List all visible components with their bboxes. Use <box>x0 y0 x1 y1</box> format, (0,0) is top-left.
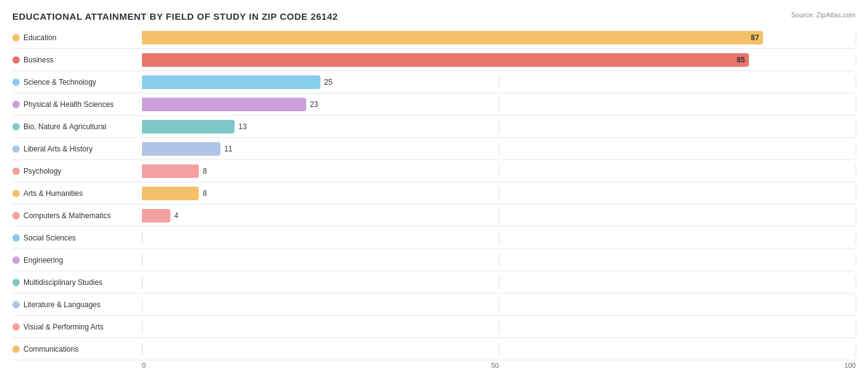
grid-line <box>856 31 856 45</box>
bar-row: Social Sciences <box>12 227 856 249</box>
color-dot <box>12 345 20 353</box>
bar-fill <box>142 209 170 223</box>
grid-line <box>499 342 499 356</box>
grid-line <box>499 298 499 312</box>
bar-track: 23 <box>142 98 856 111</box>
color-dot <box>12 145 20 153</box>
bar-label: Visual & Performing Arts <box>12 323 142 331</box>
bar-label: Computers & Mathematics <box>12 211 142 220</box>
bar-track <box>142 320 856 334</box>
color-dot <box>12 34 20 41</box>
bar-fill <box>142 120 235 134</box>
bar-track: 8 <box>142 164 856 178</box>
x-tick-0: 0 <box>142 362 146 369</box>
grid-line <box>142 231 143 245</box>
bars-area: Education87Business85Science & Technolog… <box>12 27 856 360</box>
bar-track <box>142 231 856 245</box>
grid-line <box>856 120 856 134</box>
grid-line <box>499 164 499 178</box>
bar-track: 87 <box>142 31 856 45</box>
bar-track: 85 <box>142 53 856 67</box>
color-dot <box>12 123 20 130</box>
grid-line <box>499 98 499 111</box>
bar-row: Visual & Performing Arts <box>12 316 856 338</box>
bar-row: Arts & Humanities8 <box>12 182 856 205</box>
bar-row: Physical & Health Sciences23 <box>12 93 856 116</box>
grid-line <box>499 120 499 134</box>
bar-value-label: 85 <box>737 56 745 64</box>
bar-label: Science & Technology <box>12 78 142 87</box>
grid-line <box>856 53 856 67</box>
grid-line <box>499 276 499 289</box>
color-dot <box>12 234 20 242</box>
bar-value-label: 87 <box>751 33 759 42</box>
grid-line <box>499 209 499 223</box>
bar-row: Multidisciplinary Studies <box>12 271 856 294</box>
bar-row: Liberal Arts & History11 <box>12 138 856 160</box>
bar-fill <box>142 187 199 200</box>
bar-label: Literature & Languages <box>12 300 142 309</box>
bar-row: Education87 <box>12 27 856 49</box>
bar-track: 13 <box>142 120 856 134</box>
color-dot <box>12 78 20 86</box>
bar-row: Computers & Mathematics4 <box>12 205 856 227</box>
color-dot <box>12 323 20 331</box>
color-dot <box>12 212 20 219</box>
grid-line <box>856 320 856 334</box>
bar-track: 4 <box>142 209 856 223</box>
grid-line <box>856 253 856 267</box>
source-label: Source: ZipAtlas.com <box>791 11 856 19</box>
bar-fill: 87 <box>142 31 763 45</box>
grid-line <box>856 276 856 289</box>
color-dot <box>12 256 20 264</box>
grid-line <box>142 298 143 312</box>
chart-title: EDUCATIONAL ATTAINMENT BY FIELD OF STUDY… <box>12 11 856 22</box>
bar-fill: 85 <box>142 53 749 67</box>
bar-label: Communications <box>12 345 142 354</box>
color-dot <box>12 301 20 308</box>
grid-line <box>499 320 499 334</box>
color-dot <box>12 167 20 175</box>
bar-fill <box>142 75 320 89</box>
bar-track: 11 <box>142 142 856 156</box>
color-dot <box>12 279 20 286</box>
bar-label: Liberal Arts & History <box>12 145 142 153</box>
bar-value-label: 8 <box>202 189 207 198</box>
bar-row: Psychology8 <box>12 160 856 182</box>
bar-label: Business <box>12 56 142 64</box>
chart-container: EDUCATIONAL ATTAINMENT BY FIELD OF STUDY… <box>0 0 868 390</box>
bar-label: Physical & Health Sciences <box>12 100 142 109</box>
bar-row: Engineering <box>12 249 856 271</box>
grid-line <box>856 98 856 111</box>
grid-line <box>499 231 499 245</box>
bar-row: Bio, Nature & Agricultural13 <box>12 116 856 138</box>
bar-value-label: 13 <box>238 122 246 131</box>
bar-label: Psychology <box>12 167 142 176</box>
grid-line <box>499 253 499 267</box>
bar-track: 25 <box>142 75 856 89</box>
bar-value-label: 23 <box>310 100 318 109</box>
bar-value-label: 25 <box>324 78 332 87</box>
color-dot <box>12 56 20 64</box>
color-dot <box>12 101 20 108</box>
grid-line <box>499 75 499 89</box>
bar-row: Communications <box>12 338 856 360</box>
bar-row: Business85 <box>12 49 856 71</box>
bar-track <box>142 342 856 356</box>
bar-track: 8 <box>142 187 856 200</box>
bar-value-label: 8 <box>202 167 207 176</box>
grid-line <box>499 187 499 200</box>
grid-line <box>856 342 856 356</box>
bar-label: Arts & Humanities <box>12 189 142 198</box>
grid-line <box>856 231 856 245</box>
grid-line <box>499 142 499 156</box>
bar-value-label: 11 <box>224 145 232 153</box>
bar-track <box>142 276 856 289</box>
bar-label: Social Sciences <box>12 234 142 242</box>
bar-fill <box>142 98 306 111</box>
bar-fill <box>142 164 199 178</box>
bar-row: Science & Technology25 <box>12 71 856 93</box>
bar-track <box>142 298 856 312</box>
grid-line <box>142 342 143 356</box>
grid-line <box>856 142 856 156</box>
